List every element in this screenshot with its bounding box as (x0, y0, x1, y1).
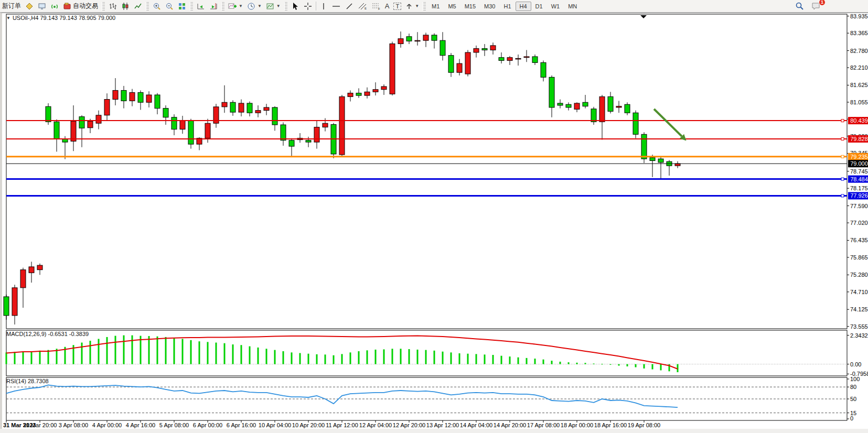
macd-histogram-bar (576, 363, 578, 364)
price-line-handle[interactable] (841, 120, 844, 122)
vertical-line-tool-button[interactable] (318, 1, 329, 12)
main-toolbar: 新订单 自动交易 ▼ ▼ (0, 0, 868, 13)
macd-histogram-bar (123, 335, 125, 364)
toolbar-right-group: 1 (793, 1, 823, 12)
macd-histogram-bar (593, 363, 595, 364)
macd-histogram-bar (81, 343, 83, 364)
macd-histogram-bar (241, 345, 242, 364)
candle-body (591, 109, 596, 122)
line-chart-mode-button[interactable] (132, 1, 144, 12)
macd-histogram-bar (602, 364, 603, 364)
price-line-handle[interactable] (841, 155, 844, 158)
svg-text:F: F (378, 7, 380, 10)
channel-tool-button[interactable]: E (356, 1, 369, 12)
time-axis-label: 17 Apr 08:00 (527, 422, 560, 428)
new-order-button[interactable]: 新订单 (0, 1, 23, 12)
candle-body (71, 121, 76, 141)
macd-histogram-bar (358, 351, 360, 364)
cursor-button[interactable] (289, 1, 302, 12)
time-axis-label: 3 Apr 08:00 (59, 422, 88, 428)
timeframe-button-M1[interactable]: M1 (427, 2, 444, 11)
timeframe-button-M15[interactable]: M15 (460, 2, 480, 11)
auto-trading-button[interactable]: 自动交易 (61, 1, 100, 12)
candle-body (138, 92, 143, 102)
rsi-indicator-label: RSI(14) 28.7308 (6, 378, 49, 384)
timeframe-button-D1[interactable]: D1 (531, 2, 547, 11)
horizontal-line-tool-button[interactable] (329, 1, 343, 12)
macd-histogram-bar (333, 355, 335, 364)
candle-body (104, 100, 110, 115)
timeframe-button-H1[interactable]: H1 (499, 2, 515, 11)
price-line-handle[interactable] (841, 194, 844, 197)
macd-histogram-bar (14, 352, 16, 364)
macd-histogram-bar (585, 363, 586, 364)
arrows-tool-button[interactable]: ▼ (403, 1, 421, 12)
tile-windows-button[interactable] (176, 1, 188, 12)
timeframe-button-M5[interactable]: M5 (444, 2, 460, 11)
toolbar-separator (316, 2, 316, 10)
candle-body (482, 49, 487, 50)
price-axis-label: 77.020 (850, 220, 868, 226)
trendline-tool-button[interactable] (343, 1, 356, 12)
candle-body (457, 63, 462, 72)
zoom-out-button[interactable] (163, 1, 176, 12)
price-axis-label: 74.710 (850, 289, 868, 295)
zoom-in-button[interactable] (151, 1, 163, 12)
rsi-axis-label: 80 (850, 384, 856, 390)
macd-histogram-bar (425, 350, 427, 364)
chart-menu-caret-icon[interactable]: ▼ (6, 16, 10, 20)
price-axis-label: 81.055 (850, 99, 868, 105)
signals-button[interactable] (48, 1, 61, 12)
candle-body (146, 95, 152, 102)
notifications-button[interactable]: 1 (809, 1, 823, 12)
candle-body (172, 117, 177, 129)
time-axis-label: 4 Apr 16:00 (126, 422, 155, 428)
price-chart-canvas[interactable]: 83.93583.36582.78082.21081.62581.05580.4… (2, 13, 868, 433)
timeframe-button-M30[interactable]: M30 (480, 2, 499, 11)
candle-body (348, 93, 353, 97)
candle-body (398, 39, 403, 44)
candle-body (130, 92, 135, 101)
time-axis-label: 18 Apr 16:00 (594, 422, 627, 428)
candle-body (365, 92, 370, 95)
indicators-button[interactable]: ▼ (226, 1, 245, 12)
macd-histogram-bar (534, 359, 536, 364)
price-line-handle[interactable] (841, 178, 844, 180)
candle-body (625, 104, 630, 113)
macd-histogram-bar (283, 351, 284, 364)
candle-body (608, 96, 613, 111)
price-line-handle[interactable] (841, 137, 844, 140)
macd-histogram-bar (484, 354, 486, 364)
templates-button[interactable]: ▼ (264, 1, 283, 12)
auto-scroll-button[interactable] (195, 1, 207, 12)
macd-histogram-bar (409, 349, 410, 364)
fibonacci-tool-button[interactable]: F (369, 1, 383, 12)
macd-histogram-bar (157, 337, 158, 364)
timeframe-button-H4[interactable]: H4 (516, 2, 531, 11)
candle-body (616, 106, 621, 107)
timeframe-button-MN[interactable]: MN (564, 2, 581, 11)
price-axis-label: 73.555 (850, 323, 868, 330)
periods-button[interactable]: ▼ (245, 1, 264, 12)
candle-chart-mode-button[interactable] (119, 1, 132, 12)
macd-histogram-bar (266, 349, 267, 364)
crosshair-button[interactable] (302, 1, 314, 12)
bar-chart-mode-button[interactable] (106, 1, 119, 12)
price-axis-label: 78.175 (850, 185, 868, 191)
crosshair-icon (304, 2, 312, 10)
candle-body (541, 62, 546, 77)
chart-symbol-title[interactable]: ▼USOil-,H4 79.143 79.143 78.905 79.000 (6, 15, 115, 21)
candle-body (323, 123, 328, 127)
search-button[interactable] (793, 1, 806, 12)
text-tool-button[interactable]: A (383, 1, 392, 12)
candle-body (247, 103, 252, 113)
label-tool-button[interactable]: T (391, 1, 403, 12)
market-watch-button[interactable] (23, 1, 36, 12)
timeframe-button-W1[interactable]: W1 (547, 2, 564, 11)
candle-body (4, 297, 9, 316)
terminal-button[interactable] (36, 1, 48, 12)
candle-body (222, 102, 227, 107)
chart-shift-button[interactable] (207, 1, 220, 12)
text-label-icon: T (393, 3, 401, 10)
macd-histogram-bar (400, 349, 402, 364)
